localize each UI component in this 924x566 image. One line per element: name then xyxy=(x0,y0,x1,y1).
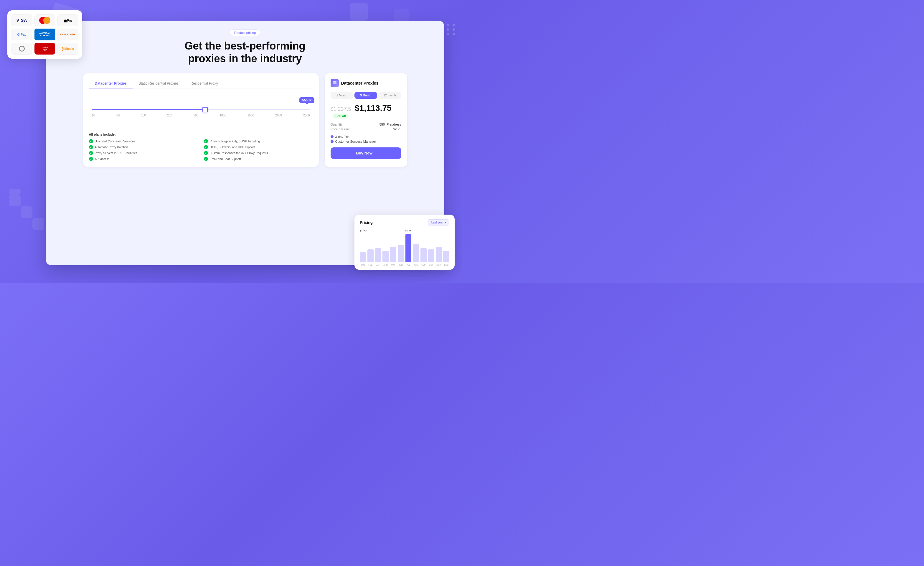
chart-bar-NOV xyxy=(436,247,442,262)
feature-7: ✓ API access xyxy=(89,157,198,161)
right-panel: Datacenter Proxies 1 Month 3 Month 12 mo… xyxy=(325,73,407,167)
feature-4: ✓ HTTP, SOCKS5, and UDP support xyxy=(204,145,313,149)
chart-title: Pricing xyxy=(360,220,373,225)
product-badge: Product pricing xyxy=(230,30,260,36)
chart-month-OCT: OCT xyxy=(428,264,434,266)
chart-month-MAR: MAR xyxy=(375,264,381,266)
slider-value-label: 550 IP xyxy=(299,97,315,103)
features-grid: ✓ Unlimited Concurrent Sessions ✓ Countr… xyxy=(89,139,313,161)
payment-bitcoin: ₿ bitcoin xyxy=(57,43,78,54)
trial-dot xyxy=(331,135,333,138)
page-title: Get the best-performing proxies in the i… xyxy=(184,39,305,65)
slider-thumb[interactable] xyxy=(202,107,208,112)
chart-month-NOV: NOV xyxy=(436,264,442,266)
chart-header: Pricing Last year ▾ xyxy=(360,219,449,225)
payment-amex: AMERICANEXPRESS xyxy=(34,29,55,41)
price-new: $1,113.75 xyxy=(355,104,392,113)
chart-top-label: $1.2K xyxy=(360,230,449,233)
ip-slider-section: 550 IP 10 50 100 250 500 xyxy=(89,95,313,123)
payment-diners xyxy=(12,43,32,54)
chart-month-MAY: MAY xyxy=(390,264,396,266)
price-section: $1,237.5 $1,113.75 10% Off xyxy=(331,104,401,119)
feature-check-3: ✓ xyxy=(89,145,93,149)
price-old: $1,237.5 xyxy=(331,106,351,112)
period-3-month[interactable]: 3 Month xyxy=(354,92,377,99)
svg-rect-1 xyxy=(333,83,336,84)
feature-2: ✓ Country, Region, City, or ISP Targetin… xyxy=(204,139,313,143)
chart-area: $1.2K $1.2K JANFEBMARAPRMAYJUNJULAUGSEPO… xyxy=(360,230,449,265)
feature-8: ✓ Email and Chat Support xyxy=(204,157,313,161)
slider-fill xyxy=(92,109,206,110)
price-details: Quantity 550 IP address Price per unit $… xyxy=(331,123,401,131)
payment-discover: DISCOVER xyxy=(57,29,78,41)
proxy-panel-title: Datacenter Proxies xyxy=(341,81,379,86)
chart-month-AUG: AUG xyxy=(413,264,419,266)
feature-3: ✓ Automatic Proxy Rotation xyxy=(89,145,198,149)
period-1-month[interactable]: 1 Month xyxy=(331,92,353,99)
proxy-icon xyxy=(331,79,339,87)
tab-residential[interactable]: Residential Proxy xyxy=(184,79,224,89)
chart-bars: $1.2K xyxy=(360,233,449,263)
per-unit-row: Price per unit $2.25 xyxy=(331,128,401,131)
payment-visa: VISA xyxy=(12,15,32,26)
chart-month-JAN: JAN xyxy=(360,264,366,266)
feature-check-1: ✓ xyxy=(89,139,93,143)
period-tabs: 1 Month 3 Month 12 month xyxy=(331,92,401,99)
chart-bar-JAN xyxy=(360,252,366,262)
proxy-header: Datacenter Proxies xyxy=(331,79,401,87)
feature-check-5: ✓ xyxy=(89,151,93,155)
discount-badge: 10% Off xyxy=(333,114,349,119)
features-title: All plans include: xyxy=(89,133,313,136)
buy-now-button[interactable]: Buy Now › xyxy=(331,147,401,159)
feature-check-7: ✓ xyxy=(89,157,93,161)
period-12-month[interactable]: 12 month xyxy=(378,92,401,99)
slider-markers: 10 50 100 250 500 1000 1500 2000 2500 xyxy=(92,114,310,117)
bg-decoration-7 xyxy=(21,206,32,218)
chart-bar-JUL: $1.2K xyxy=(405,234,412,262)
left-panel: Datacenter Proxies Static Residential Pr… xyxy=(83,73,319,167)
chart-month-APR: APR xyxy=(382,264,388,266)
quantity-row: Quantity 550 IP address xyxy=(331,123,401,126)
chart-month-SEP: SEP xyxy=(420,264,427,266)
payment-gpay: G Pay xyxy=(12,29,32,41)
bg-decoration-2 xyxy=(350,3,368,21)
bg-decoration-6 xyxy=(9,195,21,206)
manager-dot xyxy=(331,140,333,143)
chart-bar-SEP xyxy=(420,248,427,262)
bg-decoration-8 xyxy=(32,218,44,230)
svg-rect-0 xyxy=(333,81,336,83)
features-section: All plans include: ✓ Unlimited Concurren… xyxy=(89,128,313,161)
payment-methods-card: VISA Pay G Pay AMERICANEXPRESS DISCOVER … xyxy=(8,11,82,59)
tab-datacenter[interactable]: Datacenter Proxies xyxy=(89,79,133,89)
payment-mastercard xyxy=(34,15,55,26)
feature-check-2: ✓ xyxy=(204,139,208,143)
chart-bar-FEB xyxy=(368,249,374,262)
chart-filter-button[interactable]: Last year ▾ xyxy=(428,219,449,225)
chart-bar-APR xyxy=(382,251,388,262)
feature-check-4: ✓ xyxy=(204,145,208,149)
trial-item: 3-day Trial xyxy=(331,135,401,138)
chart-month-DEC: DEC xyxy=(443,264,449,266)
chart-month-JUL: JUL xyxy=(405,264,412,266)
feature-1: ✓ Unlimited Concurrent Sessions xyxy=(89,139,198,143)
chart-bar-MAR xyxy=(375,248,381,262)
bg-decoration-5 xyxy=(9,189,21,195)
chart-month-JUN: JUN xyxy=(398,264,404,266)
feature-check-6: ✓ xyxy=(204,151,208,155)
slider-track xyxy=(92,109,310,110)
chart-months: JANFEBMARAPRMAYJUNJULAUGSEPOCTNOVDEC xyxy=(360,264,449,266)
pricing-chart-card: Pricing Last year ▾ $1.2K $1.2K JANFEBMA… xyxy=(354,215,454,270)
proxy-tabs: Datacenter Proxies Static Residential Pr… xyxy=(89,79,313,89)
payment-applepay: Pay xyxy=(57,15,78,26)
feature-check-8: ✓ xyxy=(204,157,208,161)
feature-6: ✓ Custom Responses for Your Proxy Reques… xyxy=(204,151,313,155)
payment-unionpay: UnionPAY xyxy=(34,43,55,54)
chart-bar-MAY xyxy=(390,247,396,262)
chart-bar-JUN xyxy=(398,245,404,262)
feature-5: ✓ Proxy Servers in 195+ Countries xyxy=(89,151,198,155)
chart-bar-DEC xyxy=(443,251,449,262)
tab-static-residential[interactable]: Static Residential Proxies xyxy=(133,79,184,89)
chart-bar-OCT xyxy=(428,249,434,262)
chart-month-FEB: FEB xyxy=(368,264,374,266)
chart-bar-AUG xyxy=(413,244,419,262)
